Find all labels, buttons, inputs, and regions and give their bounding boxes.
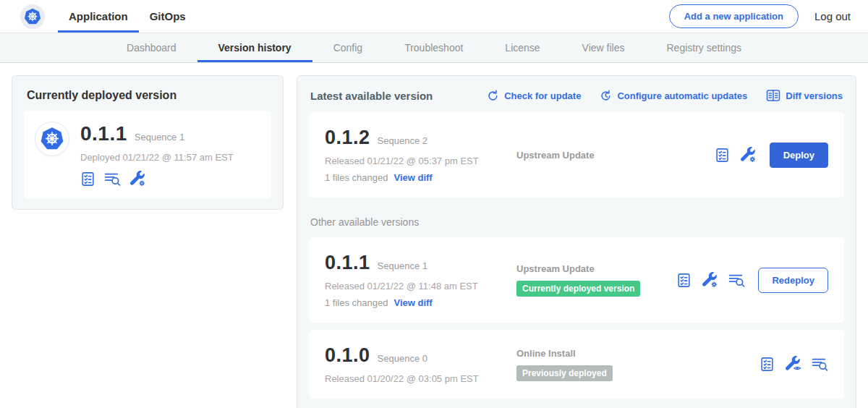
subnav-tab-registry-settings[interactable]: Registry settings xyxy=(646,33,762,62)
check-for-update-link[interactable]: Check for update xyxy=(487,90,581,102)
configure-automatic-updates-link[interactable]: Configure automatic updates xyxy=(600,90,747,102)
edit-config-icon[interactable] xyxy=(702,272,718,289)
diff-icon xyxy=(766,89,780,102)
version-released: Released 01/21/22 @ 11:48 am EST xyxy=(325,281,516,292)
subnav-tab-dashboard[interactable]: Dashboard xyxy=(106,33,197,62)
subnav-tab-license[interactable]: License xyxy=(484,33,561,62)
files-changed: 1 files changed xyxy=(325,172,388,183)
release-notes-icon[interactable] xyxy=(80,171,95,187)
deployed-version-number: 0.1.1 xyxy=(80,122,127,145)
logout-button[interactable]: Log out xyxy=(814,10,856,22)
version-number: 0.1.0 xyxy=(325,344,370,367)
diff-versions-link[interactable]: Diff versions xyxy=(766,89,843,102)
tab-application[interactable]: Application xyxy=(58,0,139,33)
add-application-button[interactable]: Add a new application xyxy=(669,4,799,28)
release-notes-icon[interactable] xyxy=(676,273,692,288)
app-subnav: Dashboard Version history Config Trouble… xyxy=(0,33,868,63)
view-config-icon[interactable] xyxy=(785,356,801,373)
view-logs-icon[interactable] xyxy=(104,171,121,187)
subnav-tab-config[interactable]: Config xyxy=(312,33,383,62)
previously-deployed-badge: Previously deployed xyxy=(516,365,613,381)
version-sequence: Sequence 0 xyxy=(378,353,427,364)
latest-available-title: Latest available version xyxy=(310,90,433,102)
version-sequence: Sequence 2 xyxy=(378,135,427,146)
version-card-0-1-0: 0.1.0 Sequence 0 Released 01/20/22 @ 03:… xyxy=(309,330,844,399)
view-logs-icon[interactable] xyxy=(728,273,745,288)
version-released: Released 01/20/22 @ 03:05 pm EST xyxy=(325,373,516,384)
subnav-tab-version-history[interactable]: Version history xyxy=(197,33,312,62)
files-changed: 1 files changed xyxy=(325,297,388,308)
view-logs-icon[interactable] xyxy=(812,357,828,372)
version-card-0-1-2: 0.1.2 Sequence 2 Released 01/21/22 @ 05:… xyxy=(309,112,844,197)
available-versions-panel: Latest available version Check for updat… xyxy=(297,75,856,408)
currently-deployed-panel: Currently deployed version 0.1.1 Sequenc… xyxy=(12,75,284,210)
subnav-tab-troubleshoot[interactable]: Troubleshoot xyxy=(383,33,484,62)
version-number: 0.1.1 xyxy=(325,252,370,274)
currently-deployed-card: 0.1.1 Sequence 1 Deployed 01/21/22 @ 11:… xyxy=(24,111,271,199)
deployed-sequence: Sequence 1 xyxy=(135,132,184,143)
currently-deployed-title: Currently deployed version xyxy=(27,89,271,102)
version-source: Upstream Update xyxy=(516,150,595,161)
currently-deployed-badge: Currently deployed version xyxy=(516,281,640,297)
app-tabs: Application GitOps xyxy=(58,0,197,33)
deployed-timestamp: Deployed 01/21/22 @ 11:57 am EST xyxy=(80,152,234,163)
version-card-0-1-1: 0.1.1 Sequence 1 Released 01/21/22 @ 11:… xyxy=(309,237,844,323)
app-icon xyxy=(35,122,69,156)
diff-versions-label: Diff versions xyxy=(786,90,843,101)
version-source: Upstream Update xyxy=(516,263,595,274)
version-history-page: Currently deployed version 0.1.1 Sequenc… xyxy=(0,63,868,408)
edit-config-icon[interactable] xyxy=(740,147,757,163)
refresh-icon xyxy=(487,90,499,102)
version-source: Online Install xyxy=(516,348,576,359)
version-sequence: Sequence 1 xyxy=(378,260,427,271)
version-number: 0.1.2 xyxy=(325,127,370,149)
redeploy-button[interactable]: Redeploy xyxy=(758,268,828,293)
check-for-update-label: Check for update xyxy=(504,90,581,101)
subnav-tab-view-files[interactable]: View files xyxy=(561,33,646,62)
tab-gitops[interactable]: GitOps xyxy=(139,0,197,33)
view-diff-link[interactable]: View diff xyxy=(393,297,432,308)
configure-automatic-updates-label: Configure automatic updates xyxy=(617,90,747,101)
kubernetes-logo xyxy=(20,4,45,29)
release-notes-icon[interactable] xyxy=(715,148,730,163)
view-diff-link[interactable]: View diff xyxy=(393,172,432,183)
release-notes-icon[interactable] xyxy=(760,357,775,372)
schedule-icon xyxy=(600,90,612,102)
topbar: Application GitOps Add a new application… xyxy=(0,0,868,33)
edit-config-icon[interactable] xyxy=(129,171,146,187)
other-available-title: Other available versions xyxy=(310,216,843,228)
deploy-button[interactable]: Deploy xyxy=(770,143,828,168)
version-released: Released 01/21/22 @ 05:37 pm EST xyxy=(325,156,516,166)
